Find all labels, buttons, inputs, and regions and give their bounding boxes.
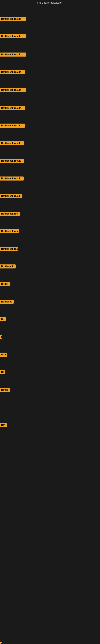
bottleneck-badge-row: | [0, 335, 2, 340]
bottleneck-badge-row: Bottleneck resul [0, 194, 22, 199]
bottleneck-badge-row: Bottleneck result [0, 141, 24, 146]
bottleneck-badge[interactable]: Bottleneck result [0, 52, 26, 56]
bottleneck-badge[interactable]: Bottle [0, 388, 10, 392]
bottleneck-badge[interactable]: | [0, 335, 2, 339]
bottleneck-badge-row: Bo [0, 370, 5, 375]
bottleneck-badge[interactable]: Bottleneck result [0, 106, 25, 110]
bottleneck-badge[interactable]: Bottleneck resul [0, 194, 22, 198]
bottleneck-badge[interactable]: | [0, 642, 2, 644]
bottleneck-badge-row: Bot [0, 423, 7, 428]
bottleneck-badge[interactable]: Bottleneck [0, 264, 16, 268]
bottleneck-badge-row: Bottleneck result [0, 34, 26, 39]
bottleneck-badge[interactable]: Bottle [0, 282, 10, 286]
site-title: TheBottlenecker.com [0, 0, 100, 6]
bottleneck-badge-row: Bottleneck res [0, 247, 18, 252]
bottleneck-badge-row: Bottleneck result [0, 106, 25, 111]
bottleneck-badge[interactable]: Bottleneck result [0, 176, 24, 180]
bottleneck-badge[interactable]: Bottleneck res [0, 212, 20, 216]
bottleneck-badge[interactable]: Bot [0, 317, 6, 322]
bottleneck-badge-row: Bottleneck result [0, 176, 24, 181]
bottleneck-badge[interactable]: Bottleneck result [0, 88, 26, 92]
bottleneck-badge-row: Bottleneck [0, 264, 16, 269]
bottleneck-badge-row: Bottle [0, 388, 10, 393]
bottleneck-badge-row: Bottleneck result [0, 52, 26, 57]
bottleneck-badge-row: Bottleneck result [0, 70, 25, 75]
bottleneck-badge-row: Bottlenec [0, 300, 14, 304]
bottleneck-badge-row: Bot [0, 317, 6, 322]
bottleneck-badge-row: Bott [0, 352, 7, 358]
bottleneck-badge[interactable]: Bottleneck result [0, 34, 26, 38]
bottleneck-badge[interactable]: Bottleneck res [0, 229, 19, 233]
bottleneck-badge[interactable]: Bo [0, 370, 5, 374]
bottleneck-badge[interactable]: Bottleneck res [0, 247, 18, 251]
bottleneck-badge-row: Bottleneck res [0, 212, 20, 216]
bottleneck-badge[interactable]: Bottleneck result [0, 159, 24, 163]
bottleneck-badge-row: Bottleneck result [0, 17, 26, 22]
bottleneck-badge-row: Bottleneck res [0, 229, 19, 234]
bottleneck-badge[interactable]: Bottleneck result [0, 124, 25, 128]
bottleneck-badge-row: | [0, 642, 2, 644]
bottleneck-badge[interactable]: Bottlenec [0, 300, 14, 304]
bottleneck-badge[interactable]: Bott [0, 352, 7, 356]
bottleneck-badge[interactable]: Bot [0, 423, 7, 427]
bottleneck-badge-row: Bottleneck result [0, 124, 25, 128]
bottleneck-badge-row: Bottleneck result [0, 88, 26, 93]
bottleneck-badge[interactable]: Bottleneck result [0, 70, 25, 74]
bottleneck-badge-row: Bottleneck result [0, 159, 24, 164]
bottleneck-badge[interactable]: Bottleneck result [0, 141, 24, 145]
bottleneck-badge-row: Bottle [0, 282, 10, 287]
bottleneck-badge[interactable]: Bottleneck result [0, 17, 26, 21]
